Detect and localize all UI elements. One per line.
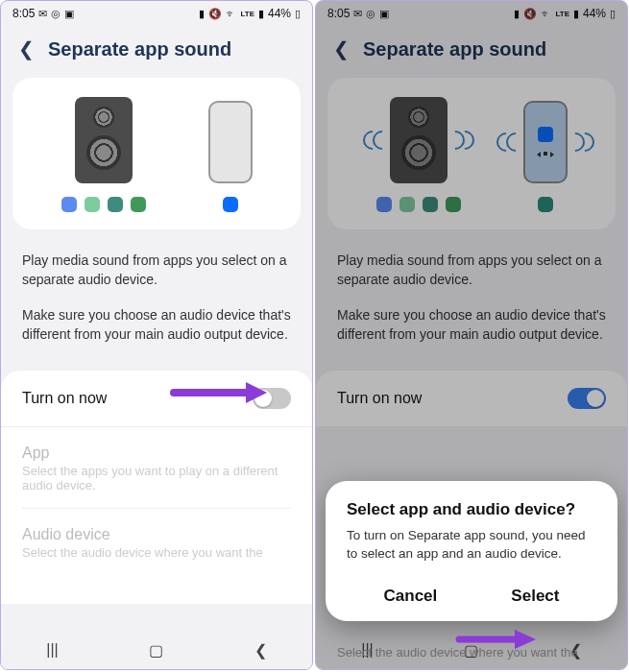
- phone-waves: [523, 101, 568, 183]
- lte-icon: LTE: [240, 10, 254, 18]
- description-text: Play media sound from apps you select on…: [1, 229, 312, 353]
- instagram-icon: ◎: [51, 8, 60, 20]
- dialog-title: Select app and audio device?: [347, 500, 596, 519]
- screenshot-right: 8:05 ✉ ◎ ▣ ▮ 🔇 ᯤ LTE ▮ 44% ▯ ❮ Separate …: [315, 0, 628, 670]
- nav-home-icon[interactable]: ▢: [149, 641, 163, 660]
- turn-on-row[interactable]: Turn on now: [1, 371, 312, 426]
- status-time: 8:05: [12, 7, 35, 20]
- wifi-icon: ᯤ: [226, 8, 236, 19]
- nav-recents-icon[interactable]: |||: [46, 641, 58, 659]
- wifi-icon: ᯤ: [541, 8, 551, 19]
- back-icon[interactable]: ❮: [333, 37, 350, 60]
- battery-pct: 44%: [268, 7, 291, 20]
- instagram-icon: ◎: [366, 8, 375, 20]
- turn-on-label: Turn on now: [337, 390, 422, 407]
- cancel-button[interactable]: Cancel: [384, 587, 438, 606]
- illustration-card: [12, 78, 301, 229]
- list-item-audio-device[interactable]: Audio device Select the audio device whe…: [22, 509, 291, 575]
- illustration-card: [327, 78, 616, 229]
- speaker-icon: [390, 97, 448, 183]
- select-button[interactable]: Select: [511, 587, 559, 606]
- turn-on-row[interactable]: Turn on now: [316, 371, 627, 426]
- app-dots-right: [538, 197, 553, 212]
- battery-icon: ▯: [295, 8, 301, 20]
- page-title: Separate app sound: [363, 38, 546, 60]
- select-dialog: Select app and audio device? To turn on …: [326, 481, 617, 621]
- dialog-body: To turn on Separate app sound, you need …: [347, 527, 596, 564]
- image-icon: ▣: [379, 8, 389, 20]
- nav-back-icon[interactable]: ❮: [254, 641, 267, 660]
- app-dots-left: [376, 197, 461, 212]
- page-header: ❮ Separate app sound: [1, 24, 312, 78]
- chat-icon: ✉: [38, 8, 47, 20]
- battery-pct: 44%: [583, 7, 606, 20]
- image-icon: ▣: [64, 8, 74, 20]
- page-title: Separate app sound: [48, 38, 231, 60]
- description-text: Play media sound from apps you select on…: [316, 229, 627, 353]
- speaker-icon: [75, 97, 133, 183]
- audio-device-peek: Select the audio device where you want t…: [337, 645, 606, 660]
- signal-icon: ▮: [573, 8, 579, 20]
- mute-icon: 🔇: [208, 8, 222, 20]
- page-header: ❮ Separate app sound: [316, 24, 627, 78]
- lte-icon: LTE: [555, 10, 569, 18]
- settings-list: App Select the apps you want to play on …: [1, 426, 312, 604]
- app-dots-right: [223, 197, 238, 212]
- app-dots-left: [61, 197, 146, 212]
- signal-icon: ▮: [258, 8, 264, 20]
- nav-bar: ||| ▢ ❮: [1, 631, 312, 669]
- battery-icon: ▯: [610, 8, 616, 20]
- battery-save-icon: ▮: [199, 8, 205, 20]
- list-item-app[interactable]: App Select the apps you want to play on …: [22, 427, 291, 509]
- chat-icon: ✉: [353, 8, 362, 20]
- turn-on-toggle[interactable]: [253, 388, 291, 409]
- speaker-waves: [390, 97, 448, 183]
- phone-outline-icon: [208, 101, 253, 183]
- phone-active-icon: [523, 101, 568, 183]
- turn-on-label: Turn on now: [22, 390, 107, 407]
- mute-icon: 🔇: [523, 8, 537, 20]
- screenshot-left: 8:05 ✉ ◎ ▣ ▮ 🔇 ᯤ LTE ▮ 44% ▯ ❮ Separate …: [0, 0, 313, 670]
- status-time: 8:05: [327, 7, 350, 20]
- status-bar: 8:05 ✉ ◎ ▣ ▮ 🔇 ᯤ LTE ▮ 44% ▯: [1, 1, 312, 24]
- status-bar: 8:05 ✉ ◎ ▣ ▮ 🔇 ᯤ LTE ▮ 44% ▯: [316, 1, 627, 24]
- battery-save-icon: ▮: [514, 8, 520, 20]
- back-icon[interactable]: ❮: [18, 37, 35, 60]
- turn-on-toggle[interactable]: [568, 388, 606, 409]
